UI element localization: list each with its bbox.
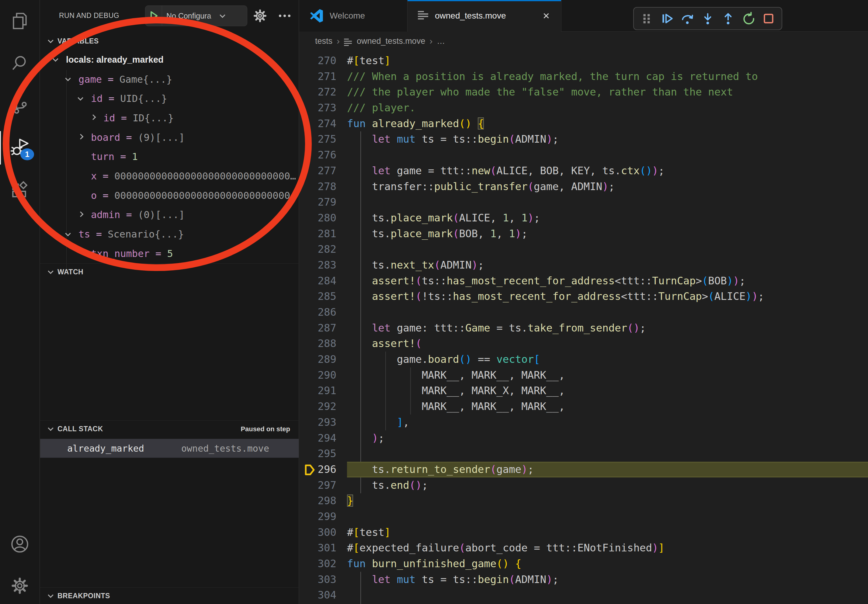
line-number[interactable]: 297 <box>299 477 347 493</box>
line-number[interactable]: 273 <box>299 100 347 116</box>
code-line[interactable]: 285 assert!(!ts::has_most_recent_for_add… <box>299 289 868 304</box>
code-line[interactable]: 289 game.board() == vector[ <box>299 352 868 367</box>
code-line[interactable]: 281 ts.place_mark(BOB, 1, 1); <box>299 226 868 242</box>
code-line[interactable]: 295 <box>299 446 868 462</box>
code-line[interactable]: 297 ts.end(); <box>299 477 868 493</box>
line-number[interactable]: 293 <box>299 415 347 431</box>
code-line[interactable]: 277 let game = ttt::new(ALICE, BOB, KEY,… <box>299 163 868 179</box>
line-number[interactable]: 277 <box>299 163 347 179</box>
code-line[interactable]: 273/// player. <box>299 100 868 116</box>
launch-config-dropdown[interactable]: No Configura <box>145 5 247 26</box>
code-line-current[interactable]: 296 ts.return_to_sender(game); <box>299 462 868 477</box>
breakpoints-section-header[interactable]: BREAKPOINTS <box>40 587 299 604</box>
code-line[interactable]: 278 transfer::public_transfer(game, ADMI… <box>299 179 868 195</box>
drag-handle-icon[interactable] <box>640 12 654 26</box>
code-line[interactable]: 276 <box>299 147 868 163</box>
code-line[interactable]: 272/// the player who made the "false" m… <box>299 84 868 100</box>
code-line[interactable]: 300#[test] <box>299 525 868 541</box>
line-number[interactable]: 276 <box>299 147 347 163</box>
line-number[interactable]: 291 <box>299 383 347 399</box>
run-and-debug-icon[interactable]: 1 <box>0 131 40 164</box>
code-line[interactable]: 287 let game: ttt::Game = ts.take_from_s… <box>299 320 868 336</box>
more-actions-icon[interactable] <box>277 9 292 23</box>
line-number[interactable]: 290 <box>299 367 347 383</box>
call-stack-frame[interactable]: already_marked owned_tests.move <box>40 439 299 458</box>
tab-welcome[interactable]: Welcome <box>299 0 408 32</box>
variable-row[interactable]: x = 000000000000000000000000000000… <box>40 166 299 186</box>
code-line[interactable]: 299 <box>299 509 868 525</box>
code-editor[interactable]: 270#[test]271/// When a position is alre… <box>299 53 868 604</box>
line-number[interactable]: 300 <box>299 525 347 541</box>
variable-row[interactable]: o = 000000000000000000000000000000… <box>40 186 299 205</box>
line-number[interactable]: 304 <box>299 587 347 603</box>
code-line[interactable]: 302fun burn_unfinished_game() { <box>299 556 868 572</box>
line-number[interactable]: 299 <box>299 509 347 525</box>
line-number[interactable]: 289 <box>299 352 347 367</box>
line-number[interactable]: 302 <box>299 556 347 572</box>
code-line[interactable]: 279 <box>299 194 868 210</box>
line-number[interactable]: 283 <box>299 257 347 273</box>
line-number[interactable]: 286 <box>299 304 347 320</box>
code-line[interactable]: 291 MARK__, MARK_X, MARK__, <box>299 383 868 399</box>
code-line[interactable]: 304 <box>299 587 868 603</box>
line-number[interactable]: 287 <box>299 320 347 336</box>
variable-row[interactable]: txn_number = 5 <box>40 244 299 263</box>
code-line[interactable]: 290 MARK__, MARK__, MARK__, <box>299 367 868 383</box>
variable-row[interactable]: admin = (0)[...] <box>40 205 299 225</box>
call-stack-section-header[interactable]: CALL STACK Paused on step <box>40 420 299 437</box>
start-debugging-icon[interactable] <box>150 11 158 21</box>
account-icon[interactable] <box>0 527 40 561</box>
extensions-icon[interactable] <box>0 173 40 207</box>
line-number[interactable]: 282 <box>299 242 347 257</box>
code-line[interactable]: 292 MARK__, MARK__, MARK__, <box>299 399 868 415</box>
variables-section-header[interactable]: VARIABLES <box>40 33 299 50</box>
code-line[interactable]: 294 ); <box>299 431 868 446</box>
code-line[interactable]: 293 ], <box>299 415 868 431</box>
code-line[interactable]: 288 assert!( <box>299 336 868 352</box>
settings-gear-icon[interactable] <box>0 569 40 602</box>
code-line[interactable]: 274fun already_marked() { <box>299 116 868 132</box>
line-number[interactable]: 295 <box>299 446 347 462</box>
variable-row[interactable]: turn = 1 <box>40 147 299 166</box>
variables-scope-row[interactable]: locals: already_marked <box>40 50 299 70</box>
line-number[interactable]: 281 <box>299 226 347 242</box>
line-number[interactable]: 301 <box>299 540 347 556</box>
line-number[interactable]: 270 <box>299 53 347 69</box>
step-out-icon[interactable] <box>721 12 735 26</box>
line-number[interactable]: 292 <box>299 399 347 415</box>
debug-settings-gear-icon[interactable] <box>253 9 267 23</box>
variable-row[interactable]: id = ID{...} <box>40 108 299 128</box>
step-into-icon[interactable] <box>701 12 715 26</box>
line-number[interactable]: 274 <box>299 116 347 132</box>
source-control-icon[interactable] <box>0 89 40 122</box>
variable-row[interactable]: board = (9)[...] <box>40 128 299 147</box>
line-number[interactable]: 285 <box>299 289 347 304</box>
code-line[interactable]: 301#[expected_failure(abort_code = ttt::… <box>299 540 868 556</box>
line-number[interactable]: 288 <box>299 336 347 352</box>
line-number[interactable]: 296 <box>299 462 347 477</box>
line-number[interactable]: 279 <box>299 194 347 210</box>
line-number[interactable]: 303 <box>299 572 347 588</box>
breadcrumb-item-file[interactable]: owned_tests.move <box>357 37 425 46</box>
stop-icon[interactable] <box>761 12 775 26</box>
code-line[interactable]: 298} <box>299 493 868 509</box>
breadcrumb-item-symbol[interactable]: … <box>437 37 445 46</box>
breadcrumb[interactable]: tests › owned_tests.move › … <box>299 32 868 50</box>
code-line[interactable]: 275 let mut ts = ts::begin(ADMIN); <box>299 132 868 147</box>
code-line[interactable]: 283 ts.next_tx(ADMIN); <box>299 257 868 273</box>
search-icon[interactable] <box>0 46 40 80</box>
code-line[interactable]: 286 <box>299 304 868 320</box>
line-number[interactable]: 278 <box>299 179 347 195</box>
variable-row[interactable]: game = Game{...} <box>40 70 299 89</box>
code-line[interactable]: 303 let mut ts = ts::begin(ADMIN); <box>299 572 868 588</box>
line-number[interactable]: 272 <box>299 84 347 100</box>
watch-section-header[interactable]: WATCH <box>40 263 299 280</box>
continue-icon[interactable] <box>660 12 674 26</box>
line-number[interactable]: 280 <box>299 210 347 226</box>
step-over-icon[interactable] <box>680 12 694 26</box>
explorer-icon[interactable] <box>0 4 40 38</box>
code-line[interactable]: 282 <box>299 242 868 257</box>
line-number[interactable]: 284 <box>299 273 347 289</box>
line-number[interactable]: 294 <box>299 431 347 446</box>
variable-row[interactable]: id = UID{...} <box>40 89 299 108</box>
